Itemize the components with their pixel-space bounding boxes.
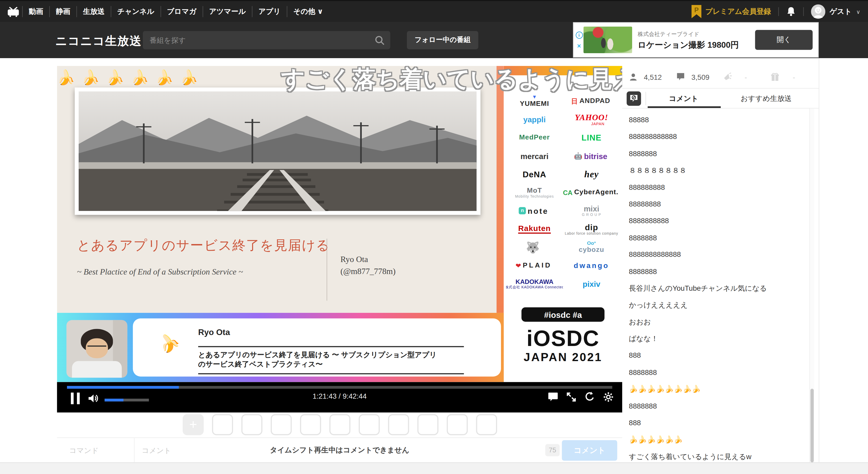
nav-item[interactable]: 生放送 [76, 6, 111, 17]
comment-mute-icon[interactable] [627, 91, 641, 106]
ad-open-button[interactable]: 開く [755, 30, 813, 50]
sponsor-logo: hey [563, 165, 620, 183]
reaction-slot[interactable] [388, 414, 409, 436]
sponsor-mark-icon: 日 [571, 98, 578, 104]
panel-tabs: コメント おすすめ生放送 [622, 89, 819, 109]
nav-item[interactable]: その他 ∨ [287, 6, 329, 17]
reaction-slot[interactable] [330, 414, 350, 436]
comment-item: ばなな！ [622, 331, 809, 348]
divider [198, 373, 464, 374]
ad-advertiser: 株式会社ティーブライド [638, 30, 749, 38]
comment-item: 🍌🍌🍌🍌🍌🍌 [622, 432, 809, 448]
comment-scrollbar-thumb[interactable] [810, 389, 813, 462]
sponsor-logo: dip Labor force solution company [563, 220, 620, 238]
banana-illustration: 🍌 [155, 329, 182, 356]
sponsor-logo: ❤ PLAID [506, 256, 563, 274]
seek-bar[interactable] [67, 386, 612, 389]
sponsor-column: ▼ YUMEMI 日 ANDPAD yappli [504, 66, 622, 382]
search-input[interactable] [143, 36, 375, 44]
ad-info-icon[interactable]: i [576, 31, 583, 38]
comment-list[interactable]: 888888888888888888888888８８８８８８８８88888888… [622, 109, 809, 462]
sponsor-logo: MedPeer [506, 128, 563, 147]
sponsor-logo: DeNA [506, 165, 563, 183]
presentation-slide: とあるアプリのサービス終了を見届ける ~ Best Plactice of En… [57, 66, 497, 313]
sponsor-mark-icon: n [519, 207, 526, 214]
sponsor-mark-icon: Oo° [587, 241, 596, 246]
search-icon[interactable] [375, 35, 385, 45]
comment-item: 888888888 [622, 179, 809, 196]
sponsor-logo: n note [506, 202, 563, 220]
sponsor-mark-icon: 🤖 [574, 152, 582, 159]
reload-icon[interactable] [585, 391, 595, 402]
add-reaction-button[interactable]: + [183, 414, 204, 436]
sponsor-logo: LINE [563, 128, 620, 147]
gift-icon [771, 72, 779, 81]
active-tab-underline [648, 107, 721, 108]
reaction-slot[interactable] [241, 414, 262, 436]
ad-title[interactable]: ロケーション撮影 19800円 [638, 39, 749, 50]
nav-item[interactable]: ブロマガ [160, 6, 203, 17]
divider [803, 7, 804, 16]
sponsor-mark-icon: ▼ [532, 95, 537, 99]
guest-account-menu[interactable]: ゲスト ∨ [811, 4, 861, 19]
speech-bubble-icon [676, 72, 685, 81]
comment-item: 88888 [622, 112, 809, 129]
reaction-slot[interactable] [271, 414, 292, 436]
talk-title: とあるアプリのサービス終了を見届ける 〜 サブスクリプション型アプリ のサービス… [198, 350, 437, 369]
video-player[interactable]: とあるアプリのサービス終了を見届ける ~ Best Plactice of En… [57, 66, 622, 382]
gift-points: - [793, 73, 795, 81]
tab-recommended-live[interactable]: おすすめ生放送 [722, 89, 810, 108]
bell-icon[interactable] [786, 6, 796, 17]
comment-field-wrap [135, 438, 268, 462]
ad-close-icon[interactable]: × [577, 43, 581, 49]
comment-submit-button[interactable]: コメント [562, 440, 617, 461]
nav-item[interactable]: チャンネル [111, 6, 160, 17]
slide-title: とあるアプリのサービス終了を見届ける [77, 236, 330, 254]
sponsor-grid: ▼ YUMEMI 日 ANDPAD yappli [506, 92, 620, 293]
chevron-down-icon: ∨ [856, 9, 861, 14]
guest-label: ゲスト [830, 6, 852, 17]
reaction-slot[interactable] [417, 414, 438, 436]
command-field-wrap [63, 438, 134, 462]
nav-item[interactable]: 動画 [22, 6, 49, 17]
comment-input-bar: タイムシフト再生中はコメントできません 75 コメント [57, 438, 622, 463]
top-nav: 動画静画生放送チャンネルブロマガアツマールアプリその他 ∨ P プレミアム会員登… [0, 0, 868, 22]
comment-item: 888888888888 [622, 129, 809, 146]
comment-item: 長谷川さんのYouTubeチャンネル気になる [622, 280, 809, 297]
nav-item[interactable]: アツマール [203, 6, 252, 17]
ad-text: 株式会社ティーブライド ロケーション撮影 19800円 [638, 30, 749, 50]
reaction-slot[interactable] [212, 414, 233, 436]
reaction-slot[interactable] [476, 414, 497, 436]
sponsor-logo: KADOKAWA 株式会社 KADOKAWA Connected [506, 274, 563, 293]
slide-divider [327, 239, 327, 301]
reaction-slot[interactable] [447, 414, 468, 436]
nav-item[interactable]: アプリ [252, 6, 287, 17]
reaction-slot[interactable] [359, 414, 380, 436]
comment-item: 🍌🍌🍌🍌🍌🍌🍌🍌 [622, 381, 809, 398]
sponsor-mark-icon: CA [563, 189, 573, 196]
comment-item: かっけえええええ [622, 297, 809, 314]
event-logo: iOSDC JAPAN 2021 [504, 326, 622, 364]
niconico-tv-icon[interactable] [6, 6, 20, 17]
premium-label: プレミアム会員登録 [705, 6, 771, 17]
speaker-bar: 🍌 Ryo Ota とあるアプリのサービス終了を見届ける 〜 サブスクリプション… [57, 313, 504, 382]
comment-toggle-icon[interactable] [548, 392, 558, 402]
comment-input[interactable] [135, 438, 268, 462]
fullscreen-icon[interactable] [566, 392, 576, 402]
tab-comments[interactable]: コメント [645, 89, 722, 108]
sponsor-mark-icon: 🐺 [526, 242, 540, 253]
speaker-card: 🍌 Ryo Ota とあるアプリのサービス終了を見届ける 〜 サブスクリプション… [133, 318, 501, 377]
flying-comment-text: すごく落ち着いているように見えるw [281, 66, 622, 95]
reaction-slot[interactable] [300, 414, 321, 436]
settings-gear-icon[interactable] [603, 392, 613, 402]
nav-item[interactable]: 静画 [49, 6, 76, 17]
premium-signup-button[interactable]: P プレミアム会員登録 [691, 5, 771, 18]
service-logo[interactable]: ニコニコ生放送 [55, 33, 142, 49]
sponsor-logo: Rakuten [506, 220, 563, 238]
ad-thumbnail[interactable] [583, 27, 632, 53]
ad-banner[interactable]: i × 株式会社ティーブライド ロケーション撮影 19800円 開く [573, 22, 819, 58]
following-programs-button[interactable]: フォロー中の番組 [407, 31, 478, 49]
flying-banana-comments: 🍌🍌🍌🍌🍌🍌 [57, 69, 205, 86]
command-input[interactable] [63, 438, 134, 462]
sponsor-logo: mercari [506, 147, 563, 165]
